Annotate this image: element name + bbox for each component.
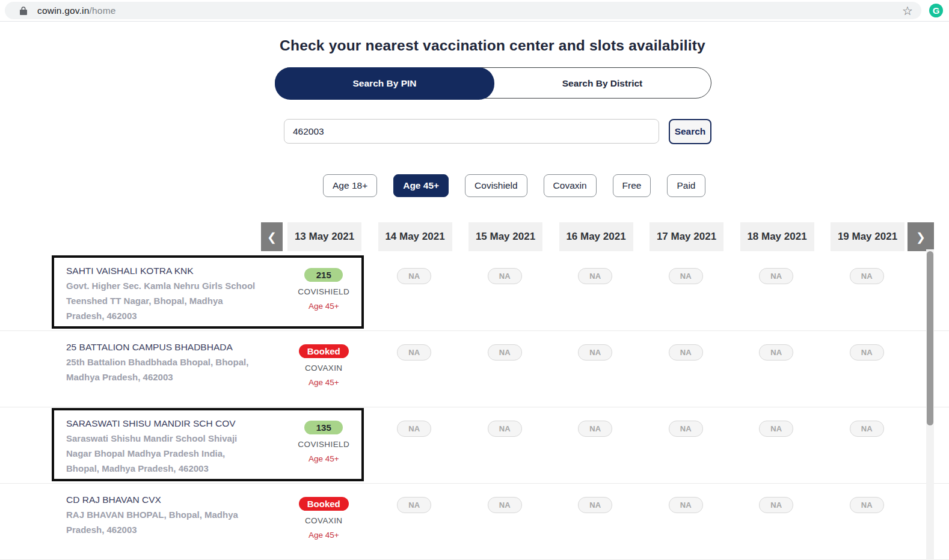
center-name: CD RAJ BHAVAN CVX: [66, 492, 274, 507]
na-pill: NA: [850, 497, 884, 513]
na-pill: NA: [397, 268, 431, 284]
center-address: RAJ BHAVAN BHOPAL, Bhopal, Madhya Prades…: [66, 507, 257, 537]
na-pill: NA: [669, 421, 703, 437]
slot-na: NA: [759, 484, 793, 513]
filter-age-18-[interactable]: Age 18+: [323, 174, 377, 197]
vertical-scrollbar[interactable]: [926, 249, 934, 560]
slot-day-1[interactable]: Booked COVAXIN Age 45+: [299, 484, 349, 540]
vaccine-name: COVISHIELD: [298, 440, 349, 449]
slot-na: NA: [488, 255, 522, 284]
tab-search-by-district[interactable]: Search By District: [494, 68, 711, 99]
na-pill: NA: [578, 497, 612, 513]
na-pill: NA: [669, 497, 703, 513]
slot-na: NA: [397, 407, 431, 437]
center-name: SARASWATI SHISU MANDIR SCH COV: [66, 416, 274, 431]
slot-na: NA: [669, 331, 703, 361]
center-address: Govt. Higher Sec. Kamla Nehru Girls Scho…: [66, 278, 257, 323]
filter-free[interactable]: Free: [613, 174, 651, 197]
url-domain: cowin.gov.in: [37, 5, 90, 16]
center-name: SAHTI VAISHALI KOTRA KNK: [66, 263, 274, 278]
vaccine-name: COVISHIELD: [298, 287, 349, 296]
slot-na: NA: [759, 407, 793, 437]
slot-na: NA: [488, 407, 522, 437]
na-pill: NA: [488, 344, 522, 361]
slot-na: NA: [578, 255, 612, 284]
slot-na: NA: [850, 255, 884, 284]
na-pill: NA: [850, 344, 884, 361]
slot-na: NA: [488, 331, 522, 361]
scrollbar-thumb[interactable]: [927, 251, 933, 425]
center-info: 25 BATTALION CAMPUS BHADBHADA 25th Batta…: [0, 331, 274, 385]
date-column-header: 18 May 2021: [740, 222, 814, 251]
search-row: Search: [284, 119, 949, 144]
center-info: SAHTI VAISHALI KOTRA KNK Govt. Higher Se…: [0, 255, 274, 323]
slot-day-1[interactable]: 215 COVISHIELD Age 45+: [298, 255, 349, 311]
na-pill: NA: [578, 268, 612, 284]
search-button[interactable]: Search: [669, 119, 711, 144]
slot-na: NA: [397, 255, 431, 284]
slot-na: NA: [850, 331, 884, 361]
date-column-header: 15 May 2021: [468, 222, 542, 251]
slot-status-pill[interactable]: 215: [304, 268, 343, 282]
slot-na: NA: [759, 331, 793, 361]
availability-table: ❮ 13 May 202114 May 202115 May 202116 Ma…: [0, 222, 949, 560]
center-address: 25th Battalion Bhadbhada Bhopal, Bhopal,…: [66, 355, 257, 385]
filter-covishield[interactable]: Covishield: [465, 174, 527, 197]
prev-dates-button[interactable]: ❮: [261, 222, 283, 251]
filter-bar: Age 18+Age 45+CovishieldCovaxinFreePaid: [323, 174, 949, 197]
bookmark-star-icon[interactable]: ☆: [902, 5, 913, 17]
slot-na: NA: [578, 331, 612, 361]
slot-na: NA: [488, 484, 522, 513]
na-pill: NA: [488, 421, 522, 437]
age-group: Age 45+: [298, 302, 349, 311]
slot-na: NA: [669, 255, 703, 284]
filter-covaxin[interactable]: Covaxin: [544, 174, 597, 197]
filter-paid[interactable]: Paid: [667, 174, 705, 197]
slot-na: NA: [397, 331, 431, 361]
date-column-header: 19 May 2021: [831, 222, 904, 251]
date-column-header: 17 May 2021: [650, 222, 723, 251]
slot-na: NA: [578, 407, 612, 437]
slot-na: NA: [669, 407, 703, 437]
url-bar[interactable]: cowin.gov.in/home ☆: [5, 2, 921, 19]
slot-na: NA: [669, 484, 703, 513]
slot-na: NA: [850, 407, 884, 437]
na-pill: NA: [397, 497, 431, 513]
na-pill: NA: [850, 268, 884, 284]
url-text: cowin.gov.in/home: [37, 5, 116, 16]
slot-day-1[interactable]: 135 COVISHIELD Age 45+: [298, 407, 349, 463]
pin-search-input[interactable]: [284, 119, 659, 144]
age-group: Age 45+: [298, 454, 349, 463]
center-address: Saraswati Shishu Mandir School Shivaji N…: [66, 431, 257, 476]
filter-age-45-[interactable]: Age 45+: [393, 174, 449, 197]
slot-na: NA: [759, 255, 793, 284]
center-name: 25 BATTALION CAMPUS BHADBHADA: [66, 339, 274, 355]
na-pill: NA: [759, 497, 793, 513]
url-path: /home: [90, 5, 116, 16]
na-pill: NA: [759, 268, 793, 284]
date-header: ❮ 13 May 202114 May 202115 May 202116 Ma…: [0, 222, 949, 251]
na-pill: NA: [578, 421, 612, 437]
date-column-header: 13 May 2021: [287, 222, 361, 251]
center-info: CD RAJ BHAVAN CVX RAJ BHAVAN BHOPAL, Bho…: [0, 484, 274, 537]
na-pill: NA: [578, 344, 612, 361]
na-pill: NA: [397, 344, 431, 361]
center-row: SAHTI VAISHALI KOTRA KNK Govt. Higher Se…: [0, 255, 949, 331]
tab-search-by-pin[interactable]: Search By PIN: [275, 67, 494, 100]
slot-status-pill[interactable]: 135: [304, 421, 343, 434]
slot-status-pill[interactable]: Booked: [299, 344, 349, 358]
na-pill: NA: [669, 344, 703, 361]
vaccine-name: COVAXIN: [299, 364, 349, 373]
slot-day-1[interactable]: Booked COVAXIN Age 45+: [299, 331, 349, 387]
age-group: Age 45+: [299, 531, 349, 540]
na-pill: NA: [488, 497, 522, 513]
browser-chrome: cowin.gov.in/home ☆ G: [0, 0, 949, 22]
age-group: Age 45+: [299, 378, 349, 387]
date-column-header: 16 May 2021: [559, 222, 633, 251]
slot-status-pill[interactable]: Booked: [299, 497, 349, 511]
lock-icon: [19, 6, 28, 16]
center-rows: SAHTI VAISHALI KOTRA KNK Govt. Higher Se…: [0, 255, 949, 560]
next-dates-button[interactable]: ❯: [908, 222, 934, 251]
slot-na: NA: [397, 484, 431, 513]
grammarly-extension-icon[interactable]: G: [929, 4, 943, 17]
